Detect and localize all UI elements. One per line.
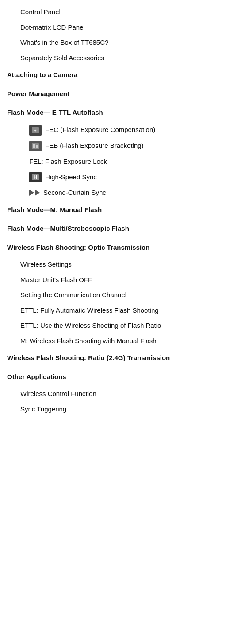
- toc-item-feb[interactable]: FEB (Flash Exposure Bracketing): [7, 138, 238, 154]
- toc-item-fec[interactable]: ± FEC (Flash Exposure Compensation): [7, 122, 238, 138]
- toc-item-power-management[interactable]: Power Management: [7, 85, 238, 104]
- toc-item-whats-in-box[interactable]: What's in the Box of TT685C?: [7, 35, 238, 50]
- toc-item-wireless-ratio[interactable]: Wireless Flash Shooting: Ratio (2.4G) Tr…: [7, 349, 238, 368]
- toc-item-wireless-optic[interactable]: Wireless Flash Shooting: Optic Transmiss…: [7, 238, 238, 257]
- toc-item-other-apps[interactable]: Other Applications: [7, 368, 238, 387]
- toc-item-ettl-ratio[interactable]: ETTL: Use the Wireless Shooting of Flash…: [7, 318, 238, 334]
- toc-item-hss[interactable]: H High-Speed Sync: [7, 169, 238, 185]
- toc-item-master-unit[interactable]: Master Unit’s Flash OFF: [7, 272, 238, 288]
- toc-item-fel[interactable]: FEL: Flash Exposure Lock: [7, 154, 238, 170]
- toc-item-sync-triggering[interactable]: Sync Triggering: [7, 402, 238, 417]
- hss-icon: H: [29, 172, 42, 182]
- toc-item-wireless-settings[interactable]: Wireless Settings: [7, 257, 238, 272]
- svg-text:±: ±: [34, 128, 37, 133]
- svg-rect-4: [36, 145, 38, 148]
- toc-item-ettl-auto[interactable]: ETTL: Fully Automatic Wireless Flash Sho…: [7, 303, 238, 318]
- toc-item-wireless-control[interactable]: Wireless Control Function: [7, 386, 238, 402]
- toc-item-control-panel[interactable]: Control Panel: [7, 4, 238, 20]
- svg-rect-3: [33, 144, 35, 148]
- fec-icon: ±: [29, 125, 42, 136]
- toc-item-second-curtain[interactable]: Second-Curtain Sync: [7, 185, 238, 201]
- second-curtain-icon: [29, 190, 41, 196]
- toc-item-setting-channel[interactable]: Setting the Communication Channel: [7, 287, 238, 303]
- feb-icon: [29, 141, 42, 151]
- toc-item-flash-multi[interactable]: Flash Mode—Multi/Stroboscopic Flash: [7, 219, 238, 238]
- toc-container: Control Panel Dot-matrix LCD Panel What'…: [0, 4, 245, 417]
- svg-text:H: H: [34, 175, 37, 180]
- toc-item-flash-ettl[interactable]: Flash Mode— E-TTL Autoflash: [7, 103, 238, 122]
- toc-item-accessories[interactable]: Separately Sold Accessories: [7, 50, 238, 66]
- toc-item-flash-manual[interactable]: Flash Mode—M: Manual Flash: [7, 201, 238, 220]
- toc-item-m-wireless[interactable]: M: Wireless Flash Shooting with Manual F…: [7, 334, 238, 349]
- toc-item-dot-matrix[interactable]: Dot-matrix LCD Panel: [7, 20, 238, 35]
- toc-item-attaching[interactable]: Attaching to a Camera: [7, 66, 238, 85]
